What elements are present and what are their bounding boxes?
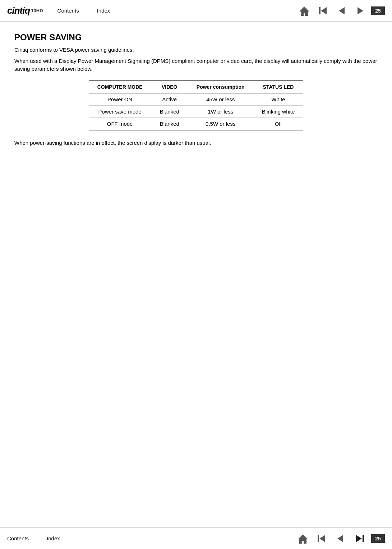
footer-home-button[interactable] (295, 531, 311, 546)
svg-marker-5 (298, 534, 308, 544)
table-cell-0-1: Active (151, 93, 188, 106)
table-header-status: STATUS LED (253, 81, 304, 93)
logo: cintiq 13HD (7, 5, 43, 16)
prev-icon (335, 4, 348, 17)
table-cell-0-2: 45W or less (188, 93, 253, 106)
table-row: OFF modeBlanked0.5W or lessOff (89, 117, 304, 130)
table-cell-1-3: Blinking white (253, 105, 304, 117)
svg-marker-8 (337, 535, 343, 542)
svg-rect-1 (319, 7, 320, 14)
header-page-number: 25 (371, 6, 385, 15)
table-header-power: Power consumption (188, 81, 253, 93)
footer-prev-icon (334, 532, 347, 545)
svg-marker-7 (319, 535, 325, 542)
footer: Contents Index (0, 527, 392, 549)
next-icon (354, 4, 367, 17)
header-nav: Contents Index (57, 8, 296, 14)
footer-nav-icons: 25 (295, 531, 385, 546)
home-button[interactable] (296, 3, 312, 19)
table-header-computer-mode: COMPUTER MODE (89, 81, 151, 93)
header-index-link[interactable]: Index (97, 8, 110, 14)
table-cell-0-3: White (253, 93, 304, 106)
table-cell-2-3: Off (253, 117, 304, 130)
footer-next-button[interactable] (351, 531, 368, 546)
logo-model: 13HD (31, 8, 43, 13)
table-cell-1-1: Blanked (151, 105, 188, 117)
logo-cintiq-text: cintiq (7, 5, 30, 16)
header: cintiq 13HD Contents Index (0, 0, 392, 22)
footer-next-icon (352, 532, 367, 545)
skip-start-button[interactable] (315, 3, 331, 19)
page-title: POWER SAVING (14, 32, 378, 42)
intro-text-1: Cintiq conforms to VESA power saving gui… (14, 46, 378, 54)
footer-note: When power-saving functions are in effec… (14, 139, 378, 147)
svg-marker-9 (356, 535, 362, 542)
table-cell-1-2: 1W or less (188, 105, 253, 117)
prev-button[interactable] (334, 3, 350, 19)
footer-contents-link[interactable]: Contents (7, 535, 29, 541)
table-row: Power ONActive45W or lessWhite (89, 93, 304, 106)
next-button[interactable] (352, 3, 368, 19)
table-header-video: VIDEO (151, 81, 188, 93)
footer-skip-start-button[interactable] (314, 531, 329, 546)
table-cell-2-1: Blanked (151, 117, 188, 130)
svg-marker-4 (358, 7, 363, 14)
header-nav-icons: 25 (296, 3, 385, 19)
footer-skip-start-icon (315, 532, 328, 545)
intro-text-2: When used with a Display Power Managemen… (14, 57, 378, 73)
table-cell-0-0: Power ON (89, 93, 151, 106)
power-saving-table: COMPUTER MODE VIDEO Power consumption ST… (89, 80, 304, 130)
footer-nav: Contents Index (7, 535, 60, 541)
table-cell-2-2: 0.5W or less (188, 117, 253, 130)
table-cell-2-0: OFF mode (89, 117, 151, 130)
svg-rect-10 (363, 535, 364, 542)
svg-marker-0 (299, 6, 309, 16)
footer-index-link[interactable]: Index (47, 535, 60, 541)
svg-marker-3 (339, 7, 345, 14)
footer-page-number: 25 (371, 534, 385, 543)
table-row: Power save modeBlanked1W or lessBlinking… (89, 105, 304, 117)
header-contents-link[interactable]: Contents (57, 8, 79, 14)
table-cell-1-0: Power save mode (89, 105, 151, 117)
svg-rect-6 (318, 535, 319, 542)
skip-start-icon (317, 4, 329, 17)
svg-marker-2 (321, 7, 327, 14)
home-icon (298, 4, 311, 17)
footer-home-icon (296, 532, 309, 545)
footer-prev-button[interactable] (332, 531, 348, 546)
main-content: POWER SAVING Cintiq conforms to VESA pow… (0, 22, 392, 176)
